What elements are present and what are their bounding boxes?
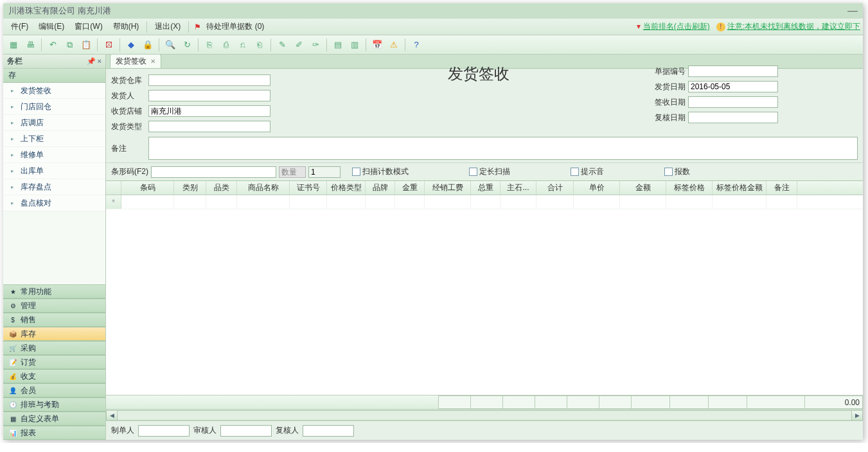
cell-unit[interactable] [574,195,620,209]
group-xiaoshou[interactable]: $销售 [3,313,105,327]
sidebar-item-weixiu[interactable]: 维修单 [3,147,105,163]
cell-sum[interactable] [536,195,574,209]
senddate-input[interactable] [688,81,778,92]
scroll-left-icon[interactable]: ◀ [106,410,118,421]
cell-fee[interactable] [425,195,471,209]
col-sum[interactable]: 合计 [536,181,574,195]
col-barcode[interactable]: 条码 [121,181,174,195]
tool-refresh[interactable]: ↻ [179,37,195,53]
tool-doc1[interactable]: ▤ [330,37,346,53]
col-cat[interactable]: 类别 [174,181,206,195]
col-gold[interactable]: 金重 [395,181,425,195]
cell-tag_amount[interactable] [713,195,766,209]
group-shouzi[interactable]: 💰收支 [3,369,105,383]
tool-edit3[interactable]: ✑ [308,37,323,53]
report-check[interactable]: 报数 [664,166,690,177]
tool-print[interactable]: 🖶 [22,37,38,53]
group-zidingyi[interactable]: ▦自定义表单 [3,412,105,426]
group-kucun[interactable]: 📦库存 [3,327,105,341]
col-fee[interactable]: 经销工费 [425,181,471,195]
cell-main_stone[interactable] [500,195,536,209]
checker-input[interactable] [303,425,354,437]
cell-cert[interactable] [290,195,327,209]
tool-cancel[interactable]: ⛝ [101,37,116,53]
scroll-right-icon[interactable]: ▶ [851,410,863,421]
tool-copy[interactable]: ⧉ [62,37,77,53]
group-caigou[interactable]: 🛒采购 [3,341,105,355]
fixed-scan-check[interactable]: 定长扫描 [469,166,510,177]
qty-input[interactable] [308,166,341,178]
cell-barcode[interactable] [121,195,174,209]
cell-amount[interactable] [620,195,666,209]
tool-paste[interactable]: 📋 [78,37,94,53]
menu-pending[interactable]: 待处理单据数 (0) [201,20,269,33]
sidebar-item-pandian[interactable]: 库存盘点 [3,179,105,195]
grid-body[interactable]: * [106,195,863,395]
rank-link[interactable]: ▾ 当前排名(点击刷新) [637,21,709,32]
tool-edit1[interactable]: ✎ [274,37,290,53]
group-changyong[interactable]: ★常用功能 [3,284,105,299]
receiver-input[interactable] [148,105,270,117]
warehouse-input[interactable] [148,74,270,86]
sidebar-item-huicang[interactable]: 门店回仓 [3,99,105,115]
sidebar-item-shangxia[interactable]: 上下柜 [3,131,105,147]
tool-export1[interactable]: ⎘ [202,37,217,53]
cell-cat[interactable] [174,195,206,209]
tool-find[interactable]: 🔍 [163,37,178,53]
cell-gold[interactable] [395,195,425,209]
col-cert[interactable]: 证书号 [290,181,327,195]
col-remark[interactable]: 备注 [766,181,797,195]
menu-file[interactable]: 件(F) [6,20,33,33]
tool-left[interactable]: ◆ [123,37,139,53]
h-scrollbar[interactable]: ◀ ▶ [106,409,863,421]
cell-brand[interactable] [366,195,395,209]
cell-name[interactable] [237,195,290,209]
col-main_stone[interactable]: 主石... [500,181,536,195]
menu-edit[interactable]: 编辑(E) [33,20,69,33]
auditor-input[interactable] [220,425,272,437]
tab-fahuo[interactable]: 发货签收 ✕ [110,55,161,68]
cell-remark[interactable] [766,195,797,209]
menu-window[interactable]: 窗口(W) [69,20,107,33]
signdate-input[interactable] [688,96,778,108]
group-inventory-top[interactable]: 存 [3,69,105,83]
tool-doc2[interactable]: ▥ [347,37,362,53]
checkdate-input[interactable] [688,112,778,123]
tool-undo[interactable]: ↶ [45,37,60,53]
cell-tag_price[interactable] [666,195,713,209]
tool-warn[interactable]: ⚠ [386,37,402,53]
sidebar-item-chuku[interactable]: 出库单 [3,163,105,179]
beep-check[interactable]: 提示音 [571,166,604,177]
tool-cal[interactable]: 📅 [369,37,385,53]
tool-help[interactable]: ? [409,37,424,53]
group-baobiao[interactable]: 📊报表 [3,426,105,440]
tab-close-icon[interactable]: ✕ [150,58,155,65]
col-tag_amount[interactable]: 标签价格金额 [713,181,766,195]
col-pricetype[interactable]: 价格类型 [327,181,366,195]
col-amount[interactable]: 金额 [620,181,666,195]
sidebar-item-diandiao[interactable]: 店调店 [3,115,105,131]
sender-input[interactable] [148,90,270,101]
group-dinghuo[interactable]: 📝订货 [3,355,105,369]
pin-icon[interactable]: 📌 × [87,57,102,65]
offline-warning[interactable]: !注意:本机未找到离线数据，建议立即下 [716,21,860,32]
maker-input[interactable] [138,425,190,437]
cell-total_w[interactable] [471,195,500,209]
cell-kind[interactable] [206,195,237,209]
tool-export2[interactable]: ⎙ [218,37,234,53]
sidebar-item-fahuo[interactable]: 发货签收 [3,83,105,99]
col-kind[interactable]: 品类 [206,181,237,195]
tool-edit2[interactable]: ✐ [291,37,306,53]
group-huiyuan[interactable]: 👤会员 [3,383,105,397]
type-input[interactable] [148,121,270,132]
barcode-input[interactable] [151,166,276,178]
tool-lock[interactable]: 🔒 [140,37,155,53]
menu-exit[interactable]: 退出(X) [150,20,186,33]
docno-input[interactable] [688,65,778,77]
minimize-icon[interactable]: — [847,5,858,17]
col-brand[interactable]: 品牌 [366,181,395,195]
remark-input[interactable] [148,137,858,160]
menu-help[interactable]: 帮助(H) [108,20,145,33]
group-paiban[interactable]: 🕒排班与考勤 [3,397,105,412]
grid-new-row[interactable]: * [106,195,863,209]
